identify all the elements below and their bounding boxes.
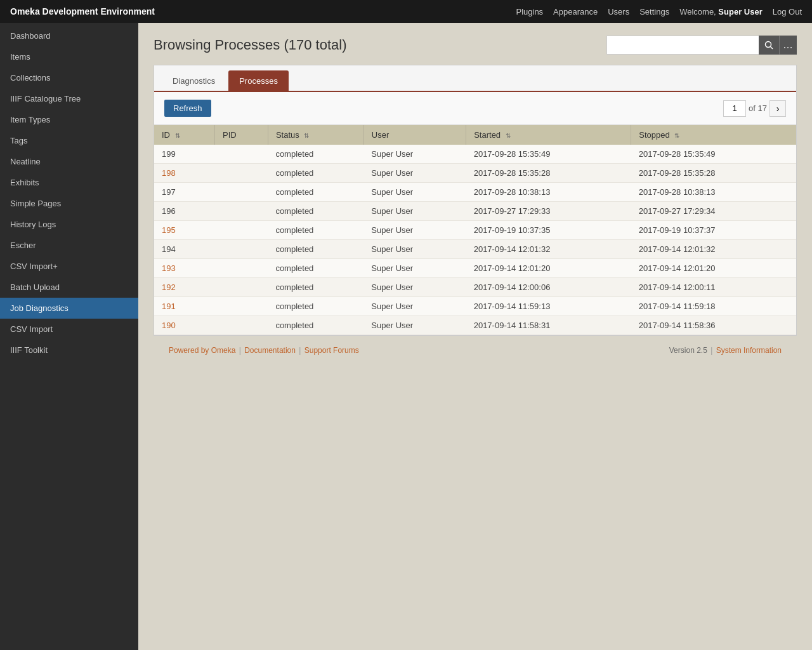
col-user: User	[363, 125, 466, 145]
cell-pid	[214, 240, 268, 259]
top-navigation: Omeka Development Environment Plugins Ap…	[0, 0, 812, 23]
col-stopped[interactable]: Stopped ⇅	[631, 125, 796, 145]
cell-status: completed	[268, 202, 363, 221]
nav-settings[interactable]: Settings	[639, 7, 669, 17]
footer: Powered by Omeka | Documentation | Suppo…	[154, 336, 797, 365]
cell-id[interactable]: 193	[154, 259, 214, 278]
site-title: Omeka Development Environment	[10, 6, 155, 17]
cell-stopped: 2017-09-14 11:59:18	[631, 297, 796, 316]
logout-link[interactable]: Log Out	[773, 7, 802, 17]
cell-started: 2017-09-27 17:29:33	[466, 202, 631, 221]
page-number-input[interactable]	[723, 100, 746, 117]
sidebar-item-escher[interactable]: Escher	[0, 235, 138, 256]
cell-user: Super User	[363, 164, 466, 183]
cell-started: 2017-09-14 12:01:32	[466, 240, 631, 259]
cell-status: completed	[268, 297, 363, 316]
tab-diagnostics[interactable]: Diagnostics	[162, 70, 226, 91]
col-status[interactable]: Status ⇅	[268, 125, 363, 145]
support-link[interactable]: Support Forums	[304, 346, 359, 355]
next-page-button[interactable]: ›	[769, 100, 786, 117]
cell-user: Super User	[363, 183, 466, 202]
col-started[interactable]: Started ⇅	[466, 125, 631, 145]
sidebar-item-tags[interactable]: Tags	[0, 130, 138, 151]
sidebar-item-exhibits[interactable]: Exhibits	[0, 172, 138, 193]
cell-user: Super User	[363, 240, 466, 259]
main-content: Browsing Processes (170 total) … Diagnos…	[138, 23, 812, 650]
cell-stopped: 2017-09-19 10:37:37	[631, 221, 796, 240]
refresh-button[interactable]: Refresh	[164, 100, 211, 117]
cell-status: completed	[268, 278, 363, 297]
sidebar-item-csv-import[interactable]: CSV Import	[0, 319, 138, 340]
cell-id: 199	[154, 145, 214, 164]
cell-pid	[214, 221, 268, 240]
cell-started: 2017-09-14 12:01:20	[466, 259, 631, 278]
tabs: Diagnostics Processes	[154, 65, 796, 92]
sidebar-item-iiif-catalogue-tree[interactable]: IIIF Catalogue Tree	[0, 88, 138, 109]
sidebar-item-simple-pages[interactable]: Simple Pages	[0, 193, 138, 214]
cell-id: 194	[154, 240, 214, 259]
cell-id: 196	[154, 202, 214, 221]
table-row: 190 completed Super User 2017-09-14 11:5…	[154, 316, 796, 335]
cell-stopped: 2017-09-14 12:01:20	[631, 259, 796, 278]
table-body: 199 completed Super User 2017-09-28 15:3…	[154, 145, 796, 335]
nav-users[interactable]: Users	[608, 7, 629, 17]
table-row: 199 completed Super User 2017-09-28 15:3…	[154, 145, 796, 164]
sidebar-item-job-diagnostics[interactable]: Job Diagnostics	[0, 298, 138, 319]
content-box: Diagnostics Processes Refresh of 17 › ID…	[154, 65, 797, 336]
cell-started: 2017-09-14 12:00:06	[466, 278, 631, 297]
powered-by-link[interactable]: Powered by Omeka	[169, 346, 235, 355]
cell-user: Super User	[363, 221, 466, 240]
pagination: of 17 ›	[723, 100, 786, 117]
cell-id[interactable]: 195	[154, 221, 214, 240]
sidebar: Dashboard Items Collections IIIF Catalog…	[0, 23, 138, 650]
svg-point-0	[766, 42, 771, 48]
page-title: Browsing Processes (170 total)	[154, 37, 346, 53]
search-input[interactable]	[606, 36, 759, 55]
cell-id[interactable]: 198	[154, 164, 214, 183]
sidebar-item-history-logs[interactable]: History Logs	[0, 214, 138, 235]
table-row: 196 completed Super User 2017-09-27 17:2…	[154, 202, 796, 221]
search-button[interactable]	[759, 36, 779, 55]
sidebar-item-collections[interactable]: Collections	[0, 67, 138, 88]
cell-user: Super User	[363, 202, 466, 221]
tab-processes[interactable]: Processes	[228, 70, 289, 91]
svg-line-1	[771, 47, 773, 50]
sidebar-item-batch-upload[interactable]: Batch Upload	[0, 277, 138, 298]
cell-id[interactable]: 191	[154, 297, 214, 316]
toolbar: Refresh of 17 ›	[154, 92, 796, 125]
sidebar-item-iiif-toolkit[interactable]: IIIF Toolkit	[0, 340, 138, 361]
search-bar: …	[606, 36, 797, 55]
cell-pid	[214, 145, 268, 164]
cell-user: Super User	[363, 278, 466, 297]
cell-status: completed	[268, 240, 363, 259]
cell-pid	[214, 183, 268, 202]
cell-started: 2017-09-28 10:38:13	[466, 183, 631, 202]
sidebar-item-neatline[interactable]: Neatline	[0, 151, 138, 172]
table-row: 192 completed Super User 2017-09-14 12:0…	[154, 278, 796, 297]
cell-status: completed	[268, 145, 363, 164]
cell-started: 2017-09-28 15:35:49	[466, 145, 631, 164]
sidebar-item-items[interactable]: Items	[0, 46, 138, 67]
sidebar-item-csv-import-plus[interactable]: CSV Import+	[0, 256, 138, 277]
total-pages: of 17	[749, 103, 767, 113]
documentation-link[interactable]: Documentation	[244, 346, 296, 355]
cell-stopped: 2017-09-14 12:00:11	[631, 278, 796, 297]
cell-stopped: 2017-09-27 17:29:34	[631, 202, 796, 221]
cell-stopped: 2017-09-28 15:35:49	[631, 145, 796, 164]
cell-user: Super User	[363, 316, 466, 335]
nav-appearance[interactable]: Appearance	[553, 7, 598, 17]
cell-user: Super User	[363, 259, 466, 278]
cell-id[interactable]: 190	[154, 316, 214, 335]
cell-status: completed	[268, 164, 363, 183]
system-info-link[interactable]: System Information	[716, 346, 782, 355]
nav-plugins[interactable]: Plugins	[516, 7, 543, 17]
table-row: 194 completed Super User 2017-09-14 12:0…	[154, 240, 796, 259]
more-search-button[interactable]: …	[779, 36, 797, 55]
cell-pid	[214, 164, 268, 183]
cell-pid	[214, 297, 268, 316]
cell-status: completed	[268, 316, 363, 335]
sidebar-item-dashboard[interactable]: Dashboard	[0, 25, 138, 46]
col-id[interactable]: ID ⇅	[154, 125, 214, 145]
sidebar-item-item-types[interactable]: Item Types	[0, 109, 138, 130]
cell-id[interactable]: 192	[154, 278, 214, 297]
